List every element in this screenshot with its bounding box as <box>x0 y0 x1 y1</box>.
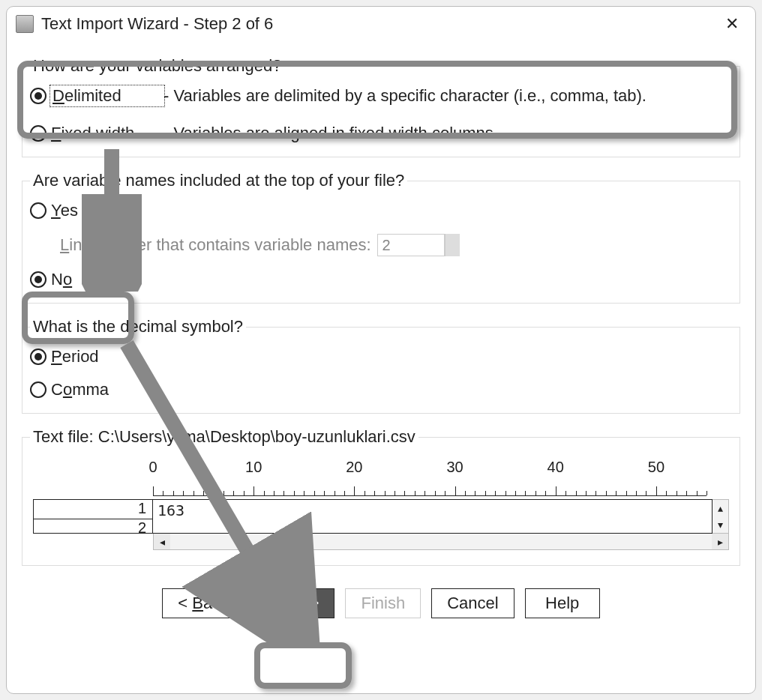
group-arrangement-legend: How are your variables arranged? <box>30 56 284 76</box>
radio-yes-label[interactable]: Yes <box>51 201 164 220</box>
group-varnames-legend: Are variable names included at the top o… <box>30 171 407 190</box>
ruler-tick-10: 10 <box>245 459 262 476</box>
finish-button: Finish <box>345 588 421 618</box>
vertical-scrollbar[interactable]: ▴ ▾ <box>712 499 729 534</box>
radio-row-fixed: Fixed width - Variables are aligned in f… <box>30 121 732 146</box>
ruler-tick-40: 40 <box>548 459 564 476</box>
content-area: How are your variables arranged? Delimit… <box>7 44 755 627</box>
fixed-desc: - Variables are aligned in fixed width c… <box>164 124 498 143</box>
next-button[interactable]: Next > <box>255 588 334 618</box>
horizontal-scrollbar[interactable]: ◂ ▸ <box>153 534 729 550</box>
line-number-row: Line number that contains variable names… <box>60 234 732 256</box>
radio-fixed-width[interactable] <box>30 125 46 142</box>
radio-row-yes: Yes <box>30 198 732 223</box>
radio-delimited-label[interactable]: Delimited <box>51 86 164 106</box>
radio-row-no: No <box>30 267 732 292</box>
radio-fixed-label[interactable]: Fixed width <box>51 124 164 143</box>
group-decimal: What is the decimal symbol? Period Comma <box>22 317 740 414</box>
radio-no[interactable] <box>30 271 46 288</box>
preview-ruler: 01020304050 <box>153 459 706 496</box>
group-preview: Text file: C:\Users\yilma\Desktop\boy-uz… <box>22 427 740 566</box>
preview-area: 01020304050 1 2 163 ▴ ▾ ◂ ▸ <box>30 454 732 555</box>
file-path: C:\Users\yilma\Desktop\boy-uzunluklari.c… <box>98 427 416 446</box>
radio-yes[interactable] <box>30 202 46 219</box>
scroll-up-icon[interactable]: ▴ <box>712 500 728 516</box>
ruler-tick-30: 30 <box>446 459 463 476</box>
preview-data[interactable]: 163 <box>153 499 712 534</box>
group-arrangement: How are your variables arranged? Delimit… <box>22 56 740 157</box>
wizard-buttons: < Back Next > Finish Cancel Help <box>22 588 740 618</box>
radio-row-period: Period <box>30 344 732 369</box>
ruler-tick-50: 50 <box>648 459 664 476</box>
delimited-desc: - Variables are delimited by a specific … <box>164 86 646 106</box>
app-icon <box>16 15 34 33</box>
ruler-tick-20: 20 <box>346 459 362 476</box>
row-num-2: 2 <box>34 519 152 533</box>
preview-legend: Text file: C:\Users\yilma\Desktop\boy-uz… <box>30 427 418 447</box>
scroll-right-icon[interactable]: ▸ <box>712 534 728 549</box>
row-num-1: 1 <box>34 500 152 519</box>
radio-delimited[interactable] <box>30 88 46 104</box>
radio-comma[interactable] <box>30 381 46 398</box>
window-title: Text Import Wizard - Step 2 of 6 <box>41 14 718 34</box>
group-decimal-legend: What is the decimal symbol? <box>30 317 246 337</box>
radio-row-delimited: Delimited - Variables are delimited by a… <box>30 83 732 109</box>
radio-row-comma: Comma <box>30 377 732 402</box>
help-button[interactable]: Help <box>525 588 600 618</box>
line-number-label: Line number that contains variable names… <box>60 235 371 255</box>
radio-comma-label[interactable]: Comma <box>51 380 164 399</box>
close-icon[interactable]: ✕ <box>718 11 746 37</box>
cancel-button[interactable]: Cancel <box>431 588 514 618</box>
group-varnames: Are variable names included at the top o… <box>22 171 740 304</box>
preview-grid: 1 2 163 ▴ ▾ <box>33 499 729 534</box>
scroll-left-icon[interactable]: ◂ <box>154 534 170 549</box>
preview-line-1: 163 <box>158 501 707 519</box>
titlebar: Text Import Wizard - Step 2 of 6 ✕ <box>7 7 755 44</box>
radio-no-label[interactable]: No <box>51 270 164 289</box>
line-number-input[interactable]: 2 <box>377 234 445 256</box>
wizard-window: Text Import Wizard - Step 2 of 6 ✕ How a… <box>6 6 756 694</box>
back-button[interactable]: < Back <box>162 588 244 618</box>
line-number-spinner[interactable] <box>445 234 460 256</box>
annotation-box-next <box>254 642 352 689</box>
radio-period-label[interactable]: Period <box>51 347 164 366</box>
radio-period[interactable] <box>30 349 46 365</box>
scroll-down-icon[interactable]: ▾ <box>712 516 728 533</box>
ruler-tick-0: 0 <box>148 459 157 476</box>
row-numbers: 1 2 <box>33 499 153 534</box>
